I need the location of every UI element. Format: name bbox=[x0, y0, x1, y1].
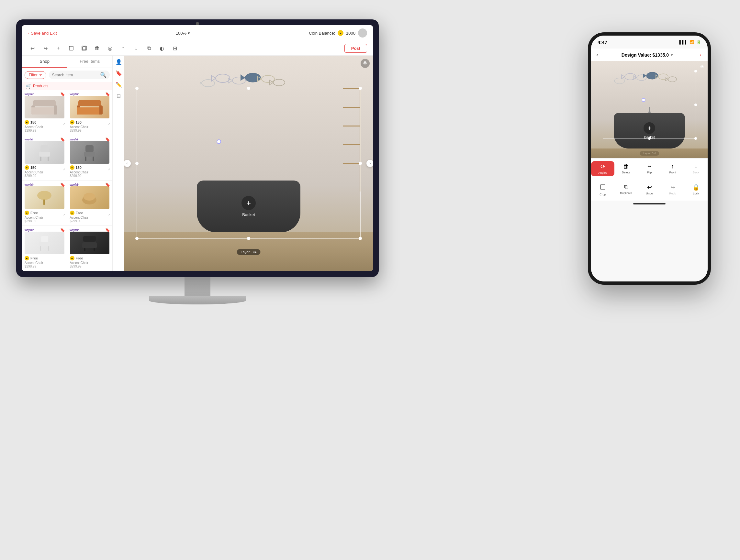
external-link-icon: ↗ bbox=[63, 122, 65, 126]
phone-chevron-icon: ▾ bbox=[671, 53, 673, 57]
phone-handle-tr bbox=[695, 70, 697, 73]
phone-visibility-icon[interactable]: 👁 bbox=[700, 65, 705, 70]
canvas-scene: + Basket Layer: 3/4 bbox=[124, 55, 373, 271]
lock-label: Lock bbox=[693, 192, 699, 195]
monitor-screen: ‹ Save and Exit 100% ▾ Coin Balance: ● 1… bbox=[22, 25, 373, 271]
coin-icon-small: ● bbox=[25, 120, 29, 125]
list-item[interactable]: wayfair bbox=[22, 226, 67, 271]
post-button[interactable]: Post bbox=[345, 44, 367, 53]
adjust-button[interactable]: ◐ bbox=[157, 44, 166, 53]
svg-point-14 bbox=[84, 193, 95, 201]
tab-free-items[interactable]: Free Items bbox=[67, 55, 113, 68]
filter-button[interactable]: Filter ⧩ bbox=[25, 71, 46, 79]
back-arrow-icon: ‹ bbox=[28, 31, 29, 35]
visibility-icon[interactable]: 👁 bbox=[361, 59, 370, 68]
phone-crop-button[interactable]: Crop bbox=[591, 182, 615, 198]
user-avatar[interactable] bbox=[358, 28, 367, 37]
filter-label: Filter bbox=[29, 73, 37, 77]
product-image bbox=[70, 186, 110, 209]
external-link-icon: ↗ bbox=[63, 167, 65, 171]
search-input[interactable] bbox=[52, 73, 98, 77]
crop-button[interactable] bbox=[67, 44, 76, 53]
phone-handle-bm bbox=[648, 137, 651, 140]
phone-selection-handles bbox=[603, 71, 696, 139]
phone-handle-br bbox=[695, 137, 697, 140]
delete-button[interactable]: 🗑 bbox=[93, 44, 102, 53]
phone-back-button[interactable]: ‹ bbox=[596, 51, 598, 58]
undo-button[interactable]: ↩ bbox=[28, 44, 37, 53]
list-item[interactable]: wayfair bbox=[67, 135, 113, 181]
right-collapse-button[interactable]: › bbox=[366, 160, 373, 167]
grid-button[interactable]: ⊞ bbox=[170, 44, 179, 53]
frame-button[interactable] bbox=[80, 44, 89, 53]
list-item[interactable]: wayfair ● Free bbox=[67, 181, 113, 226]
product-name: Accent Chair bbox=[70, 261, 110, 265]
svg-rect-0 bbox=[69, 46, 73, 50]
svg-rect-4 bbox=[39, 152, 50, 156]
bring-front-button[interactable]: ↑ bbox=[118, 44, 127, 53]
svg-rect-17 bbox=[40, 246, 41, 251]
product-image bbox=[25, 186, 65, 209]
coin-icon-small: ● bbox=[70, 120, 75, 125]
list-item[interactable]: wayfair bbox=[22, 135, 67, 181]
list-item[interactable]: wayfair bbox=[67, 90, 113, 135]
tab-shop[interactable]: Shop bbox=[22, 55, 67, 68]
handle-left-mid bbox=[135, 162, 138, 165]
svg-rect-21 bbox=[83, 236, 96, 242]
angles-label: Angles bbox=[598, 171, 607, 175]
svg-rect-16 bbox=[39, 242, 50, 246]
phone-forward-button[interactable]: → bbox=[696, 51, 703, 59]
phone-actions-row2: Crop ⧉ Duplicate ↩ Undo ↪ Redo 🔒 Lock bbox=[591, 179, 708, 201]
bookmark-icon: 🔖 bbox=[105, 228, 110, 232]
send-back-button[interactable]: ↓ bbox=[131, 44, 141, 53]
phone-home-bar bbox=[591, 201, 708, 207]
product-name: Accent Chair bbox=[70, 125, 110, 129]
add-button[interactable]: + bbox=[54, 44, 63, 53]
person-icon[interactable]: 👤 bbox=[115, 59, 122, 65]
toolbar: ↩ ↪ + bbox=[22, 41, 373, 55]
zoom-control[interactable]: 100% ▾ bbox=[176, 31, 190, 35]
product-image bbox=[70, 141, 110, 164]
crop-label: Crop bbox=[599, 193, 606, 196]
product-price: 150 bbox=[76, 120, 82, 124]
edit-icon[interactable]: ✏️ bbox=[115, 82, 122, 88]
svg-rect-23 bbox=[84, 248, 85, 251]
save-exit-button[interactable]: ‹ Save and Exit bbox=[28, 31, 57, 35]
phone-undo-button[interactable]: ↩ Undo bbox=[638, 182, 661, 198]
phone-back-action-button[interactable]: ↓ Back bbox=[684, 161, 708, 176]
product-name: Accent Chair bbox=[25, 216, 65, 219]
svg-rect-24 bbox=[94, 248, 95, 251]
phone-front-button[interactable]: ↑ Front bbox=[661, 161, 684, 176]
product-image bbox=[25, 141, 65, 164]
target-button[interactable]: ◎ bbox=[105, 44, 115, 53]
signal-icon: ▌▌▌ bbox=[679, 40, 687, 44]
list-item[interactable]: wayfair ● Free bbox=[22, 181, 67, 226]
products-label: Products bbox=[33, 84, 48, 88]
layers-icon[interactable]: ⊟ bbox=[116, 93, 121, 99]
list-item[interactable]: wayfair bbox=[67, 226, 113, 271]
main-canvas[interactable]: + Basket Layer: 3/4 bbox=[124, 55, 373, 271]
left-collapse-button[interactable]: ‹ bbox=[124, 160, 131, 167]
phone-redo-button[interactable]: ↪ Redo bbox=[661, 182, 684, 198]
zoom-dropdown-icon: ▾ bbox=[188, 31, 190, 35]
product-usd-price: $299.99 bbox=[25, 174, 65, 178]
redo-button[interactable]: ↪ bbox=[41, 44, 50, 53]
bookmark-sidebar-icon[interactable]: 🔖 bbox=[115, 70, 122, 76]
phone-handle-rm bbox=[695, 104, 697, 106]
phone-angles-button[interactable]: ⟳ Angles bbox=[591, 161, 615, 176]
search-box[interactable]: 🔍 bbox=[49, 71, 110, 79]
phone-flip-button[interactable]: ↔ Flip bbox=[638, 161, 661, 176]
list-item[interactable]: wayfair bbox=[22, 90, 67, 135]
phone-lock-button[interactable]: 🔒 Lock bbox=[684, 182, 708, 198]
phone-delete-button[interactable]: 🗑 Delete bbox=[615, 161, 638, 176]
copy-button[interactable]: ⧉ bbox=[145, 44, 154, 53]
app-header: ‹ Save and Exit 100% ▾ Coin Balance: ● 1… bbox=[22, 25, 373, 41]
monitor: ‹ Save and Exit 100% ▾ Coin Balance: ● 1… bbox=[16, 19, 379, 305]
svg-rect-6 bbox=[48, 156, 49, 161]
product-price: 150 bbox=[76, 165, 82, 170]
svg-point-27 bbox=[215, 74, 230, 83]
battery-icon: 🔋 bbox=[696, 40, 701, 44]
product-usd-price: $298.99 bbox=[25, 265, 65, 268]
product-price: Free bbox=[76, 211, 83, 215]
phone-duplicate-button[interactable]: ⧉ Duplicate bbox=[615, 182, 638, 198]
